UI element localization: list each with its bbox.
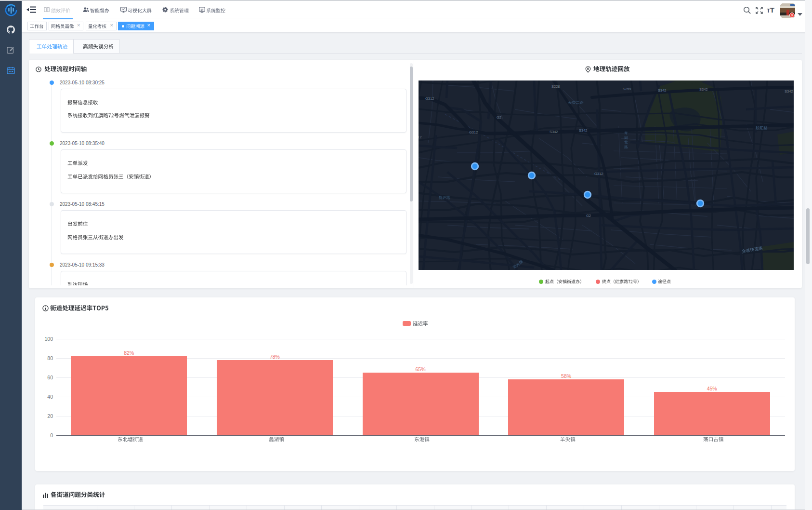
svg-text:S342: S342 xyxy=(550,130,558,134)
svg-text:G312: G312 xyxy=(469,130,478,134)
svg-text:S342: S342 xyxy=(785,89,793,94)
svg-text:S342: S342 xyxy=(658,88,667,93)
svg-text:12: 12 xyxy=(419,135,421,139)
svg-text:G2: G2 xyxy=(497,115,501,120)
svg-text:G2: G2 xyxy=(586,214,591,218)
svg-text:S342: S342 xyxy=(699,87,708,92)
svg-text:G312: G312 xyxy=(594,172,603,176)
svg-text:S259: S259 xyxy=(623,87,631,91)
svg-text:S342: S342 xyxy=(579,128,588,133)
svg-text:G312: G312 xyxy=(425,96,434,101)
svg-text:S228: S228 xyxy=(551,84,560,89)
